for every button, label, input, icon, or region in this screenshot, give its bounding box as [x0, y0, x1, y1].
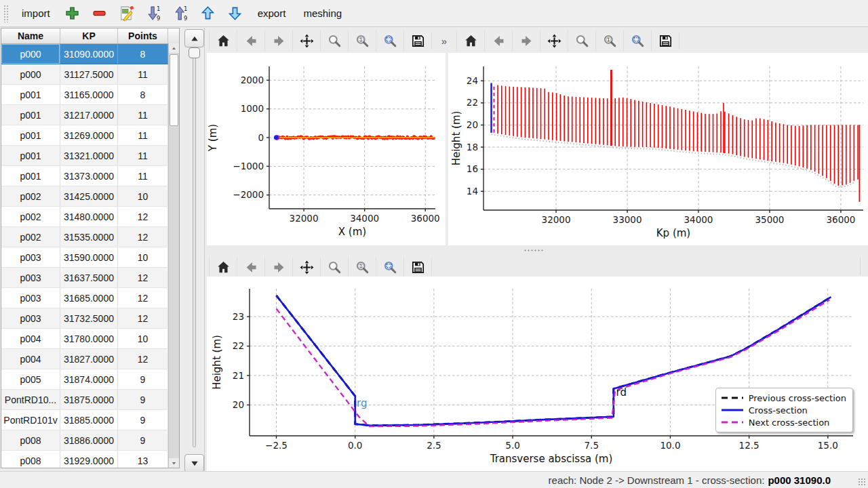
- cell-kp[interactable]: 31685.0000: [60, 288, 118, 308]
- cell-points[interactable]: 10: [118, 186, 168, 207]
- add-cross-section-button[interactable]: [60, 3, 85, 24]
- cell-kp[interactable]: 31875.0000: [60, 390, 118, 410]
- cross-section-slider-handle[interactable]: [189, 47, 200, 58]
- longitudinal-profile-plot[interactable]: 3200033000340003500036000141618202224Kp …: [448, 53, 868, 245]
- table-row[interactable]: p00031090.00008: [1, 44, 179, 64]
- cell-points[interactable]: 9: [118, 430, 168, 451]
- cell-name[interactable]: p004: [1, 349, 60, 369]
- cell-name[interactable]: p001: [1, 125, 60, 146]
- scrollbar-thumb[interactable]: [170, 54, 178, 126]
- scroll-down-icon[interactable]: [169, 458, 179, 468]
- home-button[interactable]: [456, 30, 484, 51]
- remove-cross-section-button[interactable]: [87, 3, 112, 24]
- cell-name[interactable]: p005: [1, 369, 60, 390]
- toolbar-overflow-button[interactable]: »: [432, 35, 456, 47]
- cell-kp[interactable]: 31637.5000: [60, 268, 118, 288]
- cell-points[interactable]: 12: [118, 227, 168, 247]
- table-row[interactable]: p00431827.000012: [1, 349, 179, 369]
- meshing-button[interactable]: meshing: [296, 4, 349, 22]
- move-up-button[interactable]: [196, 3, 220, 24]
- zoom-select-button[interactable]: [376, 257, 403, 277]
- cell-points[interactable]: 11: [118, 64, 168, 85]
- cell-name[interactable]: p001: [1, 105, 60, 125]
- back-button[interactable]: [237, 30, 264, 51]
- cell-kp[interactable]: 31929.0000: [60, 451, 118, 468]
- cell-kp[interactable]: 31321.0000: [60, 146, 118, 166]
- cell-name[interactable]: p000: [1, 64, 60, 85]
- export-button[interactable]: export: [250, 4, 294, 22]
- cell-kp[interactable]: 31886.0000: [60, 430, 118, 451]
- table-row[interactable]: PontRD101v31885.00009: [1, 410, 179, 430]
- table-row[interactable]: p00131321.000011: [1, 146, 179, 166]
- cell-name[interactable]: p002: [1, 186, 60, 207]
- cell-name[interactable]: p003: [1, 288, 60, 308]
- cell-name[interactable]: p001: [1, 85, 60, 105]
- cell-points[interactable]: 12: [118, 349, 168, 369]
- cell-points[interactable]: 10: [118, 329, 168, 349]
- cell-kp[interactable]: 31090.0000: [60, 44, 118, 64]
- cell-name[interactable]: p002: [1, 227, 60, 247]
- table-row[interactable]: p00231425.000010: [1, 186, 179, 207]
- table-row[interactable]: p00331590.000010: [1, 247, 179, 268]
- cell-points[interactable]: 13: [118, 451, 168, 468]
- edit-cross-section-button[interactable]: [115, 3, 139, 24]
- cell-name[interactable]: p004: [1, 329, 60, 349]
- table-row[interactable]: p00031127.500011: [1, 64, 179, 85]
- cell-points[interactable]: 8: [118, 44, 168, 64]
- cell-kp[interactable]: 31165.0000: [60, 85, 118, 105]
- zoom-button[interactable]: [320, 30, 348, 51]
- zoom-one-button[interactable]: 1: [348, 30, 376, 51]
- cell-name[interactable]: p003: [1, 308, 60, 329]
- forward-button[interactable]: [264, 30, 292, 51]
- zoom-select-button[interactable]: [623, 30, 651, 51]
- cell-points[interactable]: 11: [118, 166, 168, 186]
- table-row[interactable]: p00331637.500012: [1, 268, 179, 288]
- resize-grip-icon[interactable]: [858, 478, 866, 486]
- table-row[interactable]: p00131217.000011: [1, 105, 179, 125]
- save-button[interactable]: [403, 30, 431, 51]
- home-button[interactable]: [209, 30, 237, 51]
- column-header-kp[interactable]: KP: [60, 28, 118, 43]
- cell-kp[interactable]: 31269.0000: [60, 125, 118, 146]
- cell-kp[interactable]: 31827.0000: [60, 349, 118, 369]
- table-row[interactable]: p00331685.000012: [1, 288, 179, 308]
- cell-points[interactable]: 9: [118, 369, 168, 390]
- table-row[interactable]: PontRD10...31875.00009: [1, 390, 179, 410]
- cell-kp[interactable]: 31217.0000: [60, 105, 118, 125]
- cell-kp[interactable]: 31780.0000: [60, 329, 118, 349]
- cell-kp[interactable]: 31480.0000: [60, 207, 118, 227]
- cell-name[interactable]: p001: [1, 146, 60, 166]
- cell-kp[interactable]: 31885.0000: [60, 410, 118, 430]
- cell-kp[interactable]: 31425.0000: [60, 186, 118, 207]
- table-row[interactable]: p00831886.00009: [1, 430, 179, 451]
- back-button[interactable]: [484, 30, 512, 51]
- table-scrollbar[interactable]: [168, 43, 179, 468]
- cell-name[interactable]: p008: [1, 451, 60, 468]
- toolbar-drag-handle[interactable]: [3, 5, 9, 22]
- forward-button[interactable]: [264, 257, 292, 277]
- cell-name[interactable]: PontRD101v: [1, 410, 60, 430]
- table-row[interactable]: p00231535.000012: [1, 227, 179, 247]
- cell-points[interactable]: 12: [118, 268, 168, 288]
- cell-name[interactable]: p003: [1, 268, 60, 288]
- cell-points[interactable]: 9: [118, 410, 168, 430]
- cell-kp[interactable]: 31127.5000: [60, 64, 118, 85]
- cell-name[interactable]: p008: [1, 430, 60, 451]
- cell-kp[interactable]: 31732.5000: [60, 308, 118, 329]
- cross-section-slider-track[interactable]: [193, 52, 196, 447]
- pan-button[interactable]: [292, 30, 320, 51]
- cell-points[interactable]: 11: [118, 105, 168, 125]
- sort-descending-button[interactable]: 19: [142, 3, 166, 24]
- cell-name[interactable]: p003: [1, 247, 60, 268]
- next-cross-section-button[interactable]: [184, 454, 204, 472]
- cell-points[interactable]: 8: [118, 85, 168, 105]
- cell-name[interactable]: p002: [1, 207, 60, 227]
- table-row[interactable]: p00131165.00008: [1, 85, 179, 105]
- cell-kp[interactable]: 31874.0000: [60, 369, 118, 390]
- cell-name[interactable]: p000: [1, 44, 60, 64]
- cell-name[interactable]: p001: [1, 166, 60, 186]
- cell-points[interactable]: 11: [118, 125, 168, 146]
- cell-points[interactable]: 9: [118, 390, 168, 410]
- sort-ascending-button[interactable]: 19: [169, 3, 193, 24]
- cell-kp[interactable]: 31535.0000: [60, 227, 118, 247]
